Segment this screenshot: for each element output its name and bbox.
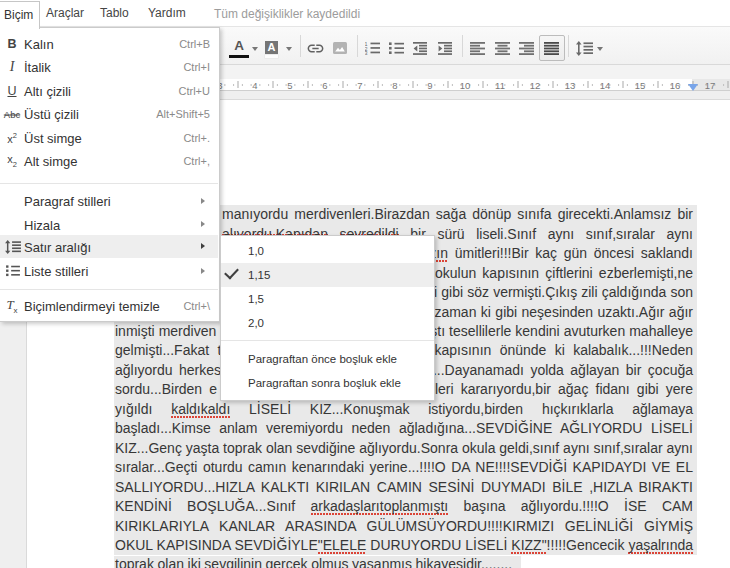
svg-text:3: 3: [365, 50, 368, 55]
